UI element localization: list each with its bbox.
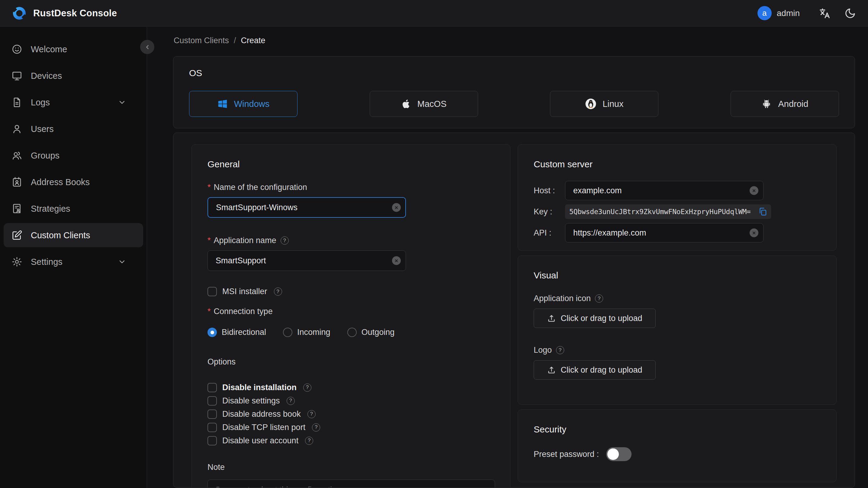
sidebar-item-label: Settings [31,257,63,267]
windows-icon [217,98,228,109]
radio-incoming[interactable]: Incoming [283,328,331,337]
language-button[interactable] [818,7,831,19]
dark-mode-toggle[interactable] [844,7,856,19]
help-icon[interactable]: ? [274,287,282,296]
msi-installer-checkbox[interactable] [208,287,217,296]
help-icon[interactable]: ? [307,410,316,418]
upload-icon [547,365,556,374]
address-book-icon [11,177,22,187]
sidebar-item-label: Welcome [31,44,67,54]
sidebar-item-settings[interactable]: Settings [4,250,143,274]
key-row: Key : 5Qbwsde3unUcJBtrx9ZkvUmwFNoExHzpry… [534,205,820,219]
rustdesk-logo [12,6,27,21]
radio-icon [208,328,217,337]
help-icon[interactable]: ? [595,295,603,303]
edit-square-icon [11,230,22,241]
sidebar-item-label: Address Books [31,177,90,187]
sidebar-item-welcome[interactable]: Welcome [4,37,143,61]
os-button-windows[interactable]: Windows [189,91,298,117]
users-icon [11,150,22,161]
option-disable-user-account: Disable user account ? [208,435,494,446]
help-icon[interactable]: ? [312,423,320,431]
breadcrumb-parent[interactable]: Custom Clients [174,36,229,45]
clear-icon[interactable]: ✕ [392,256,401,265]
clear-icon[interactable]: ✕ [750,228,758,237]
help-icon[interactable]: ? [556,346,564,354]
logo-label: Logo ? [534,345,820,355]
clear-icon[interactable]: ✕ [392,203,401,212]
help-icon[interactable]: ? [281,237,289,245]
app-title: RustDesk Console [33,8,117,19]
breadcrumb-separator: / [234,36,236,45]
chevron-down-icon [118,98,126,106]
required-asterisk: * [208,236,211,245]
api-label: API : [534,228,565,238]
app-name-input[interactable] [208,250,406,271]
required-asterisk: * [208,183,211,192]
radio-bidirectional[interactable]: Bidirectional [208,328,266,337]
breadcrumb-current: Create [241,36,266,45]
clear-icon[interactable]: ✕ [750,186,758,195]
disable-settings-checkbox[interactable] [208,396,217,405]
visual-title: Visual [534,270,820,280]
main-content: Custom Clients / Create OS Windows MacOS [147,27,868,488]
sidebar-item-strategies[interactable]: Strategies [4,196,143,221]
android-icon [761,98,772,109]
avatar-letter: a [762,8,767,18]
api-input[interactable] [565,223,764,243]
host-row: Host : ✕ [534,181,820,200]
radio-outgoing[interactable]: Outgoing [347,328,395,337]
help-icon[interactable]: ? [287,397,295,405]
os-button-macos[interactable]: MacOS [370,91,478,117]
security-title: Security [534,424,820,434]
host-label: Host : [534,186,565,195]
sidebar-item-logs[interactable]: Logs [4,90,143,115]
api-row: API : ✕ [534,223,820,243]
toggle-knob [607,449,619,460]
os-section-title: OS [189,68,839,78]
os-button-android[interactable]: Android [731,91,839,117]
config-name-input[interactable] [208,197,406,218]
avatar[interactable]: a [757,6,772,20]
disable-tcp-listen-port-checkbox[interactable] [208,423,217,432]
app-icon-upload-button[interactable]: Click or drag to upload [534,309,656,328]
host-input[interactable] [565,181,764,200]
note-textarea[interactable] [208,480,495,488]
sidebar-item-address-books[interactable]: Address Books [4,170,143,194]
sidebar: Welcome Devices Logs Users [0,27,147,488]
logo-upload-button[interactable]: Click or drag to upload [534,360,656,379]
translate-icon [818,7,831,19]
sidebar-collapse-button[interactable] [140,40,154,54]
apple-icon [401,99,411,109]
chevron-left-icon [144,44,151,51]
help-icon[interactable]: ? [305,437,313,445]
copy-key-button[interactable] [758,207,768,216]
sidebar-item-label: Custom Clients [31,231,90,240]
os-button-linux[interactable]: Linux [550,91,658,117]
key-label: Key : [534,207,565,216]
help-icon[interactable]: ? [303,384,311,392]
connection-type-label: * Connection type [208,307,494,316]
user-icon [11,123,22,134]
disable-user-account-checkbox[interactable] [208,436,217,446]
top-bar: RustDesk Console a admin [0,0,868,27]
file-icon [11,97,22,108]
smiley-icon [11,44,22,55]
breadcrumb: Custom Clients / Create [174,36,855,45]
radio-icon [283,328,292,337]
right-column: Custom server Host : ✕ Key : 5Qbwsde3unU… [518,144,837,482]
sidebar-item-devices[interactable]: Devices [4,64,143,88]
preset-password-label: Preset password : [534,450,599,459]
required-asterisk: * [208,307,211,316]
sidebar-item-groups[interactable]: Groups [4,144,143,167]
disable-address-book-checkbox[interactable] [208,409,217,419]
linux-icon [585,98,596,110]
sidebar-item-custom-clients[interactable]: Custom Clients [4,223,143,247]
os-button-label: Linux [602,99,623,109]
os-button-label: Windows [234,99,270,109]
preset-password-toggle[interactable] [606,447,631,461]
disable-installation-checkbox[interactable] [208,383,217,392]
msi-installer-row: MSI installer ? [208,287,494,296]
upload-icon [547,314,556,323]
sidebar-item-users[interactable]: Users [4,117,143,141]
